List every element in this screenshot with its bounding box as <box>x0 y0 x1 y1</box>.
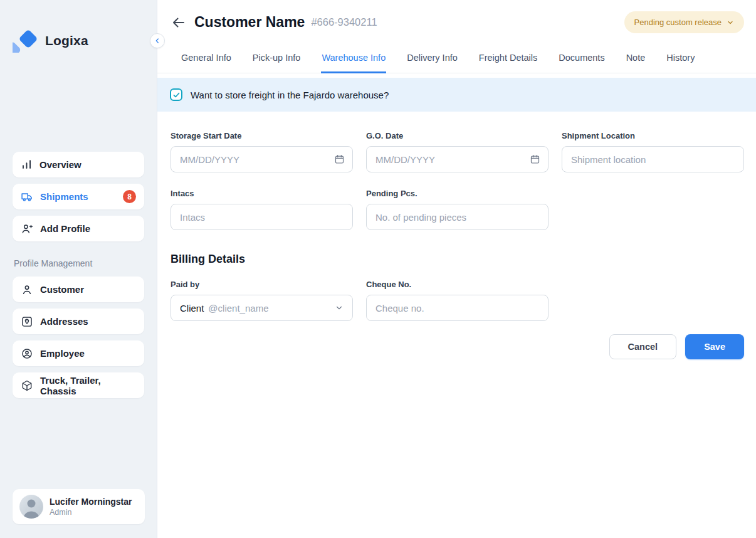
pending-pcs-label: Pending Pcs. <box>366 189 549 198</box>
sidebar-item-addresses[interactable]: Addresses <box>13 309 144 334</box>
page-header: Customer Name #666-9340211 Pending custo… <box>157 0 756 33</box>
paid-by-client-name-placeholder: @client_name <box>208 303 268 314</box>
sidebar-item-label: Employee <box>40 348 85 359</box>
chevron-down-icon <box>335 303 344 312</box>
sidebar-item-customer[interactable]: Customer <box>13 277 144 302</box>
warehouse-store-banner: Want to store freight in the Fajardo war… <box>157 78 756 112</box>
back-arrow-icon[interactable] <box>171 15 186 30</box>
sidebar-item-add-profile[interactable]: Add Profile <box>13 216 144 241</box>
field-intacs: Intacs <box>171 189 353 230</box>
sidebar: Logixa Overview Shipments 8 <box>0 0 157 538</box>
shipment-location-label: Shipment Location <box>562 131 744 140</box>
billing-details-heading: Billing Details <box>171 253 744 266</box>
paid-by-value: Client <box>180 303 204 314</box>
sidebar-item-shipments[interactable]: Shipments 8 <box>13 184 144 209</box>
sidebar-item-overview[interactable]: Overview <box>13 152 144 177</box>
shipments-truck-icon <box>21 191 33 203</box>
sidebar-collapse-button[interactable] <box>150 33 165 48</box>
logo-text: Logixa <box>45 33 88 48</box>
warehouse-store-checkbox[interactable] <box>170 88 182 101</box>
sidebar-item-label: Truck, Trailer, Chassis <box>40 375 136 396</box>
intacs-label: Intacs <box>171 189 353 198</box>
profile-management-section-title: Profile Management <box>14 258 144 268</box>
paid-by-select[interactable]: Client @client_name <box>171 295 353 321</box>
storage-start-date-input[interactable] <box>171 146 353 172</box>
customer-icon <box>21 283 33 296</box>
tab-history[interactable]: History <box>666 46 695 73</box>
status-dropdown[interactable]: Pending custom release <box>624 11 744 33</box>
warehouse-store-label: Want to store freight in the Fajardo war… <box>191 90 389 100</box>
intacs-input[interactable] <box>171 204 353 230</box>
paid-by-label: Paid by <box>171 280 353 289</box>
sidebar-item-label: Shipments <box>40 191 88 202</box>
user-card[interactable]: Lucifer Morningstar Admin <box>13 489 145 524</box>
addresses-icon <box>21 315 33 328</box>
sidebar-item-label: Addresses <box>40 316 88 327</box>
warehouse-form: Storage Start Date G.O. Date <box>157 112 756 359</box>
storage-start-date-label: Storage Start Date <box>171 131 353 140</box>
status-label: Pending custom release <box>634 18 722 27</box>
field-paid-by: Paid by Client @client_name <box>171 280 353 321</box>
primary-nav: Overview Shipments 8 Add Profile <box>13 152 144 241</box>
sidebar-item-label: Customer <box>40 284 84 295</box>
pending-pcs-input[interactable] <box>366 204 549 230</box>
field-shipment-location: Shipment Location <box>562 131 744 172</box>
field-storage-start-date: Storage Start Date <box>171 131 353 172</box>
user-role: Admin <box>50 508 132 517</box>
tab-delivery-info[interactable]: Delivery Info <box>406 46 458 73</box>
field-go-date: G.O. Date <box>366 131 549 172</box>
form-actions: Cancel Save <box>171 334 744 359</box>
user-name: Lucifer Morningstar <box>50 497 132 507</box>
tab-documents[interactable]: Documents <box>558 46 605 73</box>
avatar <box>19 495 43 519</box>
profile-management-nav: Customer Addresses Employee <box>13 277 144 398</box>
save-button[interactable]: Save <box>685 334 744 359</box>
employee-icon <box>21 347 33 360</box>
tab-freight-details[interactable]: Freight Details <box>478 46 538 73</box>
tab-warehouse-info[interactable]: Warehouse Info <box>321 46 386 73</box>
main-content: Customer Name #666-9340211 Pending custo… <box>157 0 756 538</box>
customer-reference-number: #666-9340211 <box>311 16 377 28</box>
field-cheque-no: Cheque No. <box>366 280 549 321</box>
sidebar-item-label: Add Profile <box>40 223 90 234</box>
tab-note[interactable]: Note <box>626 46 646 73</box>
logo: Logixa <box>13 29 144 53</box>
go-date-label: G.O. Date <box>366 131 549 140</box>
sidebar-item-truck-trailer-chassis[interactable]: Truck, Trailer, Chassis <box>13 372 144 398</box>
chevron-down-icon <box>727 19 734 26</box>
tab-general-info[interactable]: General Info <box>181 46 232 73</box>
tab-bar: General Info Pick-up Info Warehouse Info… <box>157 46 756 73</box>
tab-pick-up-info[interactable]: Pick-up Info <box>252 46 302 73</box>
cancel-button[interactable]: Cancel <box>609 334 677 359</box>
add-profile-icon <box>21 223 33 235</box>
sidebar-item-employee[interactable]: Employee <box>13 340 144 366</box>
cheque-no-input[interactable] <box>366 295 549 321</box>
field-pending-pcs: Pending Pcs. <box>366 189 549 230</box>
logixa-logo-icon <box>13 29 39 53</box>
go-date-input[interactable] <box>366 146 549 172</box>
truck-trailer-chassis-icon <box>21 379 33 392</box>
page-title: Customer Name <box>194 14 305 31</box>
bar-chart-icon <box>21 159 33 171</box>
shipments-count-badge: 8 <box>123 190 136 203</box>
sidebar-item-label: Overview <box>39 159 81 170</box>
chevron-left-icon <box>154 37 161 45</box>
cheque-no-label: Cheque No. <box>366 280 549 289</box>
shipment-location-input[interactable] <box>562 146 744 172</box>
